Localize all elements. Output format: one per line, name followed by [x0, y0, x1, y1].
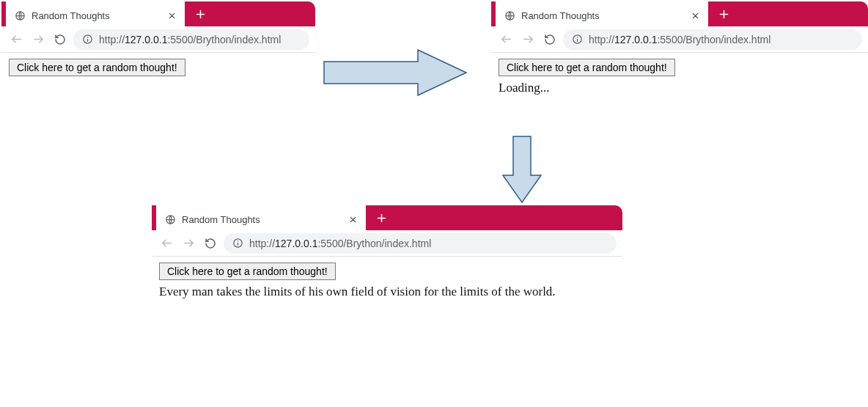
url-host: 127.0.0.1 — [275, 238, 317, 249]
reload-button[interactable] — [202, 235, 219, 252]
browser-window-step3: Random Thoughts — [152, 205, 622, 305]
url-path: :5500/Brython/index.html — [657, 34, 770, 45]
output-text: Loading... — [499, 81, 861, 95]
new-tab-button[interactable] — [372, 208, 391, 227]
browser-tab[interactable]: Random Thoughts — [496, 4, 708, 26]
output-text: Every man takes the limits of his own fi… — [159, 285, 615, 299]
forward-button[interactable] — [519, 31, 537, 48]
tab-strip-background — [708, 1, 868, 26]
back-button[interactable] — [158, 235, 175, 252]
tab-strip: Random Thoughts — [491, 1, 868, 26]
tab-strip: Random Thoughts — [152, 205, 622, 230]
reload-button[interactable] — [541, 31, 559, 48]
svg-marker-4 — [324, 50, 466, 95]
url-path: :5500/Brython/index.html — [317, 238, 431, 249]
page-content: Click here to get a random thought! — [1, 53, 315, 87]
url-text: http://127.0.0.1:5500/Brython/index.html — [589, 34, 770, 45]
tab-title: Random Thoughts — [182, 214, 260, 225]
url-scheme: http:// — [99, 34, 125, 45]
url-host: 127.0.0.1 — [614, 34, 657, 45]
url-scheme: http:// — [249, 238, 275, 249]
svg-point-8 — [577, 37, 578, 37]
browser-tab[interactable]: Random Thoughts — [6, 4, 185, 26]
svg-point-3 — [87, 37, 88, 37]
site-info-icon[interactable] — [572, 34, 583, 45]
url-text: http://127.0.0.1:5500/Brython/index.html — [99, 34, 281, 45]
url-text: http://127.0.0.1:5500/Brython/index.html — [249, 238, 431, 249]
svg-point-13 — [238, 241, 238, 241]
site-info-icon[interactable] — [82, 34, 93, 45]
close-icon[interactable] — [347, 213, 358, 225]
new-tab-button[interactable] — [714, 4, 733, 23]
random-thought-button[interactable]: Click here to get a random thought! — [499, 59, 675, 76]
address-bar[interactable]: http://127.0.0.1:5500/Brython/index.html — [224, 233, 617, 254]
tab-strip: Random Thoughts — [1, 1, 315, 26]
tab-title: Random Thoughts — [521, 10, 600, 21]
address-bar[interactable]: http://127.0.0.1:5500/Brython/index.html — [73, 29, 309, 50]
page-content: Click here to get a random thought! Ever… — [152, 257, 622, 305]
arrow-down-icon — [500, 135, 544, 205]
url-scheme: http:// — [589, 34, 614, 45]
address-bar[interactable]: http://127.0.0.1:5500/Brython/index.html — [563, 29, 862, 50]
browser-window-step2: Random Thoughts — [491, 1, 868, 101]
browser-tab[interactable]: Random Thoughts — [156, 208, 366, 230]
url-host: 127.0.0.1 — [125, 34, 167, 45]
random-thought-button[interactable]: Click here to get a random thought! — [159, 263, 336, 280]
back-button[interactable] — [497, 31, 515, 48]
back-button[interactable] — [7, 31, 25, 48]
globe-icon — [15, 10, 26, 21]
browser-toolbar: http://127.0.0.1:5500/Brython/index.html — [491, 26, 868, 53]
globe-icon — [165, 214, 176, 225]
tab-strip-background — [366, 205, 622, 230]
close-icon[interactable] — [166, 10, 177, 21]
arrow-right-icon — [323, 47, 469, 98]
forward-button[interactable] — [29, 31, 47, 48]
tab-title: Random Thoughts — [32, 10, 110, 21]
url-path: :5500/Brython/index.html — [167, 34, 281, 45]
browser-toolbar: http://127.0.0.1:5500/Brython/index.html — [152, 230, 622, 257]
browser-toolbar: http://127.0.0.1:5500/Brython/index.html — [1, 26, 315, 53]
browser-window-step1: Random Thoughts — [1, 1, 315, 87]
forward-button[interactable] — [180, 235, 197, 252]
page-content: Click here to get a random thought! Load… — [491, 53, 868, 101]
reload-button[interactable] — [51, 31, 69, 48]
random-thought-button[interactable]: Click here to get a random thought! — [9, 59, 185, 76]
svg-marker-9 — [503, 136, 541, 202]
diagram-canvas: Random Thoughts — [0, 0, 868, 407]
close-icon[interactable] — [689, 10, 701, 21]
new-tab-button[interactable] — [191, 4, 210, 23]
globe-icon — [504, 10, 515, 21]
site-info-icon[interactable] — [232, 238, 243, 249]
tab-strip-background — [185, 1, 315, 26]
